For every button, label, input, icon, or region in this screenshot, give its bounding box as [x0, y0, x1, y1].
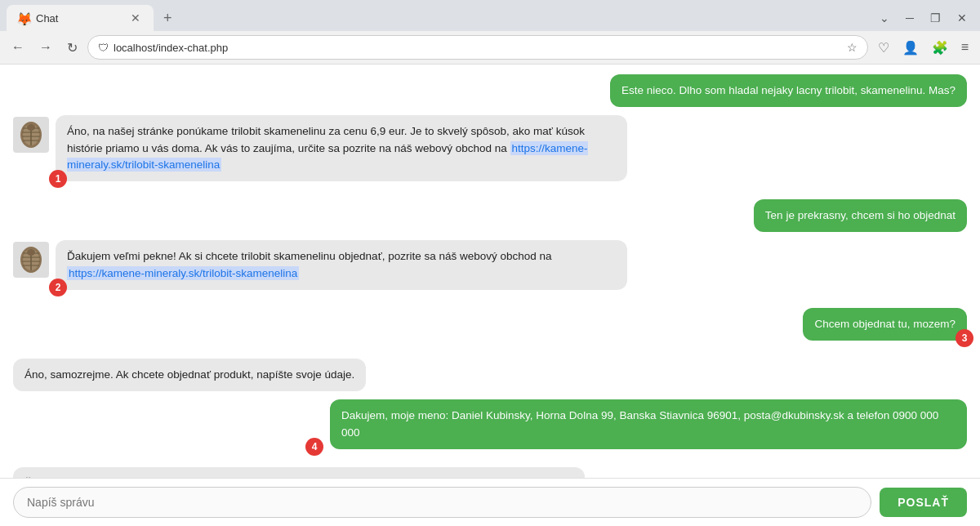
message-input[interactable] [13, 487, 871, 518]
bot-avatar-4 [13, 242, 49, 278]
message-link-4[interactable]: https://kamene-mineraly.sk/trilobit-skam… [67, 266, 299, 280]
badge-3: 3 [956, 329, 973, 347]
message-row-3: Ten je prekrasny, chcem si ho objednat [13, 199, 967, 232]
badge-1: 1 [49, 170, 67, 188]
message-row-4: Ďakujem veľmi pekne! Ak si chcete trilob… [13, 240, 967, 300]
message-row-2: Áno, na našej stránke ponúkame trilobit … [13, 115, 967, 191]
message-text-7: Dakujem, moje meno: Daniel Kubinsky, Hor… [341, 409, 938, 438]
message-row-5: Chcem objednat tu, mozem? 3 [13, 308, 967, 350]
message-row-7: Dakujem, moje meno: Daniel Kubinsky, Hor… [13, 399, 967, 459]
tab-title: Chat [36, 12, 121, 25]
message-bubble-1: Este nieco. Dlho som hladal nejaky lacny… [610, 74, 967, 107]
close-window-button[interactable]: ✕ [951, 8, 973, 28]
send-button[interactable]: POSLAŤ [880, 488, 967, 517]
browser-tab[interactable]: 🦊 Chat ✕ [7, 5, 154, 31]
address-bar[interactable]: 🛡 localhost/index-chat.php ☆ [87, 35, 868, 60]
nav-bar: ← → ↻ 🛡 localhost/index-chat.php ☆ ♡ 👤 🧩… [0, 31, 980, 64]
message-text-5: Chcem objednat tu, mozem? [814, 318, 956, 330]
menu-button[interactable]: ≡ [956, 37, 973, 59]
message-text-6: Áno, samozrejme. Ak chcete objednať prod… [24, 368, 354, 381]
forward-button[interactable]: → [34, 37, 57, 58]
message-bubble-8: Ďakujem za objednanie trilobit skameneli… [13, 467, 585, 478]
tab-actions: ⌄ ─ ❐ ✕ [873, 8, 973, 28]
tab-bar: 🦊 Chat ✕ + ⌄ ─ ❐ ✕ [0, 0, 980, 31]
message-bubble-3: Ten je prekrasny, chcem si ho objednat [754, 199, 967, 232]
chat-wrapper: Este nieco. Dlho som hladal nejaky lacny… [0, 65, 980, 526]
chat-input-bar: POSLAŤ [0, 478, 980, 526]
new-tab-button[interactable]: + [157, 7, 179, 30]
browser-chrome: 🦊 Chat ✕ + ⌄ ─ ❐ ✕ ← → ↻ 🛡 localhost/ind… [0, 0, 980, 65]
extensions-icon[interactable]: 🧩 [927, 37, 953, 59]
message-text-8: Ďakujem za objednanie trilobit skameneli… [24, 477, 560, 478]
restore-button[interactable]: ❐ [924, 8, 947, 28]
message-bubble-5: Chcem objednat tu, mozem? 3 [803, 308, 967, 341]
back-button[interactable]: ← [7, 37, 29, 58]
heart-icon[interactable]: ♡ [873, 37, 894, 59]
security-icon: 🛡 [98, 42, 109, 54]
tab-favicon: 🦊 [16, 11, 29, 25]
bookmark-icon: ☆ [847, 41, 858, 54]
tab-close-button[interactable]: ✕ [127, 11, 144, 25]
message-row-8: Ďakujem za objednanie trilobit skameneli… [13, 467, 967, 478]
message-row-1: Este nieco. Dlho som hladal nejaky lacny… [13, 74, 967, 107]
address-text: localhost/index-chat.php [114, 42, 842, 54]
badge-2: 2 [49, 279, 67, 296]
message-text-4: Ďakujem veľmi pekne! Ak si chcete trilob… [67, 250, 552, 262]
nav-tools: ♡ 👤 🧩 ≡ [873, 37, 973, 59]
minimize-button[interactable]: ─ [899, 8, 920, 28]
message-bubble-4: Ďakujem veľmi pekne! Ak si chcete trilob… [56, 240, 627, 290]
message-text-3: Ten je prekrasny, chcem si ho objednat [765, 209, 956, 221]
bot-avatar-2 [13, 117, 49, 153]
message-text-1: Este nieco. Dlho som hladal nejaky lacny… [621, 84, 956, 96]
chat-messages: Este nieco. Dlho som hladal nejaky lacny… [0, 65, 980, 478]
message-bubble-2: Áno, na našej stránke ponúkame trilobit … [56, 115, 627, 181]
message-bubble-6: Áno, samozrejme. Ak chcete objednať prod… [13, 359, 366, 391]
tab-list-button[interactable]: ⌄ [873, 8, 896, 28]
badge-4: 4 [305, 438, 323, 456]
message-text-2: Áno, na našej stránke ponúkame trilobit … [67, 125, 585, 154]
message-row-6: Áno, samozrejme. Ak chcete objednať prod… [13, 359, 967, 391]
svg-point-15 [27, 249, 35, 256]
refresh-button[interactable]: ↻ [62, 37, 82, 59]
profile-icon[interactable]: 👤 [898, 37, 924, 59]
message-bubble-7: Dakujem, moje meno: Daniel Kubinsky, Hor… [330, 399, 967, 449]
svg-point-7 [27, 124, 35, 131]
